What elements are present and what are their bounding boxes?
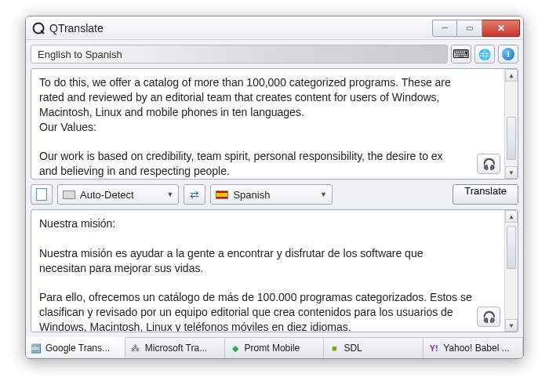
flag-spain-icon (216, 191, 228, 199)
speak-source-button[interactable] (477, 154, 500, 174)
scroll-down-icon[interactable]: ▼ (505, 319, 518, 332)
target-pane: Nuestra misión: Nuestra misión es ayudar… (31, 209, 518, 332)
scroll-up-icon[interactable]: ▲ (505, 210, 518, 223)
tab-label: SDL (344, 343, 362, 354)
tab-label: Google Trans... (45, 343, 110, 354)
swap-languages-button[interactable] (184, 184, 205, 205)
client-area: English to Spanish i To do this, we offe… (26, 40, 523, 337)
virtual-keyboard-button[interactable] (451, 45, 471, 64)
scroll-down-icon[interactable]: ▼ (505, 166, 518, 179)
sdl-icon: ■ (329, 343, 340, 354)
clear-button[interactable] (31, 184, 53, 205)
source-pane: To do this, we offer a catalog of more t… (31, 68, 518, 180)
source-language-combo[interactable]: Auto-Detect ▼ (57, 184, 179, 205)
tab-google-translate[interactable]: 🔤 Google Trans... (26, 337, 125, 358)
document-icon (36, 188, 47, 201)
translate-button[interactable]: Translate (453, 184, 518, 205)
app-icon (32, 22, 45, 34)
info-button[interactable]: i (498, 45, 518, 64)
tab-label: Promt Mobile (245, 343, 300, 354)
tab-sdl[interactable]: ■ SDL (324, 338, 424, 358)
yahoo-icon: Y! (428, 343, 439, 354)
close-button[interactable]: ✕ (482, 20, 520, 37)
tab-yahoo-babel[interactable]: Y! Yahoo! Babel ... (424, 338, 523, 358)
window-title: QTranslate (49, 22, 432, 34)
source-scrollbar[interactable]: ▲ ▼ (504, 69, 518, 179)
tab-label: Microsoft Tra... (145, 343, 207, 354)
dictionary-button[interactable] (474, 45, 495, 64)
google-translate-icon: 🔤 (31, 343, 42, 354)
tab-microsoft-translator[interactable]: ⁂ Microsoft Tra... (125, 338, 225, 358)
scroll-thumb[interactable] (507, 226, 516, 269)
minimize-button[interactable]: ─ (432, 20, 457, 37)
language-direction-label: English to Spanish (31, 45, 448, 64)
language-bar: English to Spanish i (31, 45, 518, 64)
target-language-combo[interactable]: Spanish ▼ (210, 184, 332, 205)
service-tabstrip: 🔤 Google Trans... ⁂ Microsoft Tra... ◆ P… (26, 337, 523, 358)
app-window: QTranslate ─ ▭ ✕ English to Spanish i To… (25, 16, 524, 359)
chevron-down-icon: ▼ (167, 191, 174, 198)
target-scrollbar[interactable]: ▲ ▼ (504, 210, 518, 332)
scroll-thumb[interactable] (507, 117, 516, 160)
target-language-value: Spanish (233, 189, 270, 201)
source-language-value: Auto-Detect (80, 189, 134, 201)
promt-icon: ◆ (230, 343, 241, 354)
flag-none-icon (63, 191, 75, 199)
speak-target-button[interactable] (477, 307, 500, 327)
info-icon: i (502, 48, 514, 60)
tab-promt-mobile[interactable]: ◆ Promt Mobile (225, 338, 325, 358)
control-bar: Auto-Detect ▼ Spanish ▼ Translate (31, 184, 518, 205)
chevron-down-icon: ▼ (320, 191, 327, 198)
scroll-up-icon[interactable]: ▲ (505, 69, 518, 82)
maximize-button[interactable]: ▭ (457, 20, 482, 37)
title-bar[interactable]: QTranslate ─ ▭ ✕ (26, 16, 523, 40)
target-textarea[interactable]: Nuestra misión: Nuestra misión es ayudar… (31, 210, 504, 332)
source-textarea[interactable]: To do this, we offer a catalog of more t… (31, 69, 504, 179)
microsoft-translator-icon: ⁂ (130, 343, 141, 354)
tab-label: Yahoo! Babel ... (443, 343, 510, 354)
